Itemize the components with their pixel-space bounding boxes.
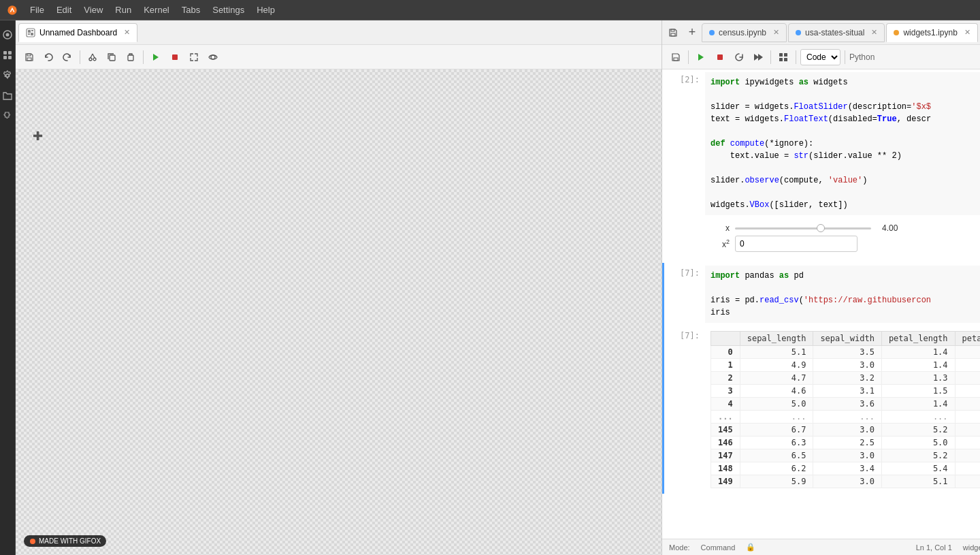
row-1-idx: 1 xyxy=(711,359,740,372)
menu-edit[interactable]: Edit xyxy=(51,3,77,16)
dashboard-tab-icon xyxy=(26,28,35,37)
iris-table: sepal_length sepal_width petal_length pe… xyxy=(710,331,980,488)
row-145-pl: 5.2 xyxy=(881,424,955,437)
menu-help[interactable]: Help xyxy=(251,3,280,16)
nb-add-cell-button[interactable]: + xyxy=(684,25,700,41)
ellipsis-idx: ... xyxy=(711,411,740,424)
copy-button[interactable] xyxy=(103,49,120,65)
row-3-pl: 1.5 xyxy=(881,385,955,398)
stop-button[interactable] xyxy=(167,49,183,65)
dashboard-canvas[interactable]: ✚ MADE WITH GIFOX xyxy=(16,69,662,555)
df-col-petal-length: petal_length xyxy=(881,332,955,346)
undo-button[interactable] xyxy=(40,49,56,65)
sidebar-icon-folder[interactable] xyxy=(0,89,15,104)
notebook-status-bar: Mode: Command 🔒 Ln 1, Col 1 widgets1.ipy… xyxy=(662,539,980,555)
table-row: 146 6.3 2.5 5.0 1 xyxy=(711,437,981,449)
save-button[interactable] xyxy=(21,49,37,65)
nb-mode-value: Command xyxy=(701,543,736,552)
sidebar-icon-files[interactable] xyxy=(0,27,15,42)
svg-marker-27 xyxy=(698,54,704,61)
dashboard-tab[interactable]: Unnamed Dashboard ✕ xyxy=(18,23,137,42)
cell-2-code[interactable]: import ipywidgets as widgets slider = wi… xyxy=(705,72,980,215)
row-148-idx: 148 xyxy=(711,462,740,475)
preview-button[interactable] xyxy=(205,49,221,65)
menu-kernel[interactable]: Kernel xyxy=(138,3,175,16)
notebook-content[interactable]: [2]: import ipywidgets as widgets slider… xyxy=(662,69,980,539)
cell-7-code[interactable]: import pandas as pd iris = pd.read_csv('… xyxy=(705,266,980,323)
nb-save-button[interactable] xyxy=(665,25,681,41)
row-146-pl: 5.0 xyxy=(881,437,955,449)
slider-label: x xyxy=(716,223,730,233)
fullscreen-button[interactable] xyxy=(186,49,202,65)
paste-button[interactable] xyxy=(122,49,139,65)
text-input[interactable] xyxy=(735,236,858,252)
svg-rect-13 xyxy=(27,54,31,56)
row-0-pl: 1.4 xyxy=(881,346,955,359)
sidebar-icon-puzzle[interactable] xyxy=(0,109,15,124)
menu-settings[interactable]: Settings xyxy=(207,3,250,16)
notebook-panel: + census.ipynb ✕ usa-states-situal ✕ wid… xyxy=(662,20,980,555)
sidebar-icon-settings[interactable] xyxy=(0,68,15,83)
menu-view[interactable]: View xyxy=(78,3,108,16)
row-149-sw: 3.0 xyxy=(813,475,881,488)
row-146-sw: 2.5 xyxy=(813,437,881,449)
gifox-logo-icon xyxy=(29,538,36,545)
nb-shield-icon: 🔒 xyxy=(746,543,755,552)
nb-stop-button[interactable] xyxy=(712,49,728,65)
nb-filename: widgets1.ipynb xyxy=(963,543,980,552)
slider-thumb[interactable] xyxy=(817,224,825,232)
row-146-pw: 1 xyxy=(955,437,980,449)
row-4-sl: 5.0 xyxy=(740,398,813,411)
table-row: 145 6.7 3.0 5.2 2 xyxy=(711,424,981,437)
nb-grid-button[interactable] xyxy=(775,49,791,65)
slider-control[interactable] xyxy=(735,227,871,229)
row-4-idx: 4 xyxy=(711,398,740,411)
row-149-pl: 5.1 xyxy=(881,475,955,488)
cut-button[interactable] xyxy=(84,49,101,65)
dashboard-tab-close[interactable]: ✕ xyxy=(124,28,130,37)
table-row: 149 5.9 3.0 5.1 2 xyxy=(711,475,981,488)
widgets-tab-dot xyxy=(894,30,899,35)
row-145-sw: 3.0 xyxy=(813,424,881,437)
census-tab-close[interactable]: ✕ xyxy=(773,28,779,37)
nb-save2-button[interactable] xyxy=(668,49,684,65)
usa-tab-close[interactable]: ✕ xyxy=(871,28,877,37)
row-146-idx: 146 xyxy=(711,437,740,449)
menu-run[interactable]: Run xyxy=(110,3,137,16)
nb-tab-widgets1[interactable]: widgets1.ipynb ✕ xyxy=(886,23,977,42)
row-3-idx: 3 xyxy=(711,385,740,398)
table-row-ellipsis: ... ... ... ... ... xyxy=(711,411,981,424)
cell-type-select[interactable]: Code xyxy=(800,49,840,65)
svg-rect-19 xyxy=(128,55,133,61)
row-0-sl: 5.1 xyxy=(740,346,813,359)
dashboard-panel: Unnamed Dashboard ✕ xyxy=(16,20,662,555)
row-148-sw: 3.4 xyxy=(813,462,881,475)
row-2-pw: C xyxy=(955,372,980,385)
toolbar-sep-2 xyxy=(143,50,144,64)
nb-run-all-button[interactable] xyxy=(750,49,766,65)
svg-line-17 xyxy=(93,54,95,58)
svg-point-0 xyxy=(7,5,16,14)
svg-point-15 xyxy=(93,58,96,61)
menu-tabs[interactable]: Tabs xyxy=(176,3,206,16)
nb-restart-button[interactable] xyxy=(731,49,747,65)
svg-marker-30 xyxy=(758,54,763,61)
redo-button[interactable] xyxy=(59,49,76,65)
run-button[interactable] xyxy=(148,49,164,65)
app-logo xyxy=(5,3,19,17)
widgets-tab-close[interactable]: ✕ xyxy=(964,28,970,37)
cell-7-prompt: [7]: xyxy=(664,266,705,323)
nb-tab-census[interactable]: census.ipynb ✕ xyxy=(702,23,787,42)
widget-output: x 4.00 x2 xyxy=(705,215,980,260)
canvas-grid xyxy=(16,69,662,555)
ellipsis-pl: ... xyxy=(881,411,955,424)
add-panel-icon[interactable]: ✚ xyxy=(31,129,44,143)
svg-rect-18 xyxy=(110,55,115,61)
row-3-pw: C xyxy=(955,385,980,398)
sidebar-icon-extensions[interactable] xyxy=(0,48,15,63)
census-tab-label: census.ipynb xyxy=(719,28,766,37)
nb-run-button[interactable] xyxy=(693,49,709,65)
menu-file[interactable]: File xyxy=(24,3,50,16)
svg-rect-31 xyxy=(779,53,783,57)
nb-tab-usa-states[interactable]: usa-states-situal ✕ xyxy=(788,23,885,42)
